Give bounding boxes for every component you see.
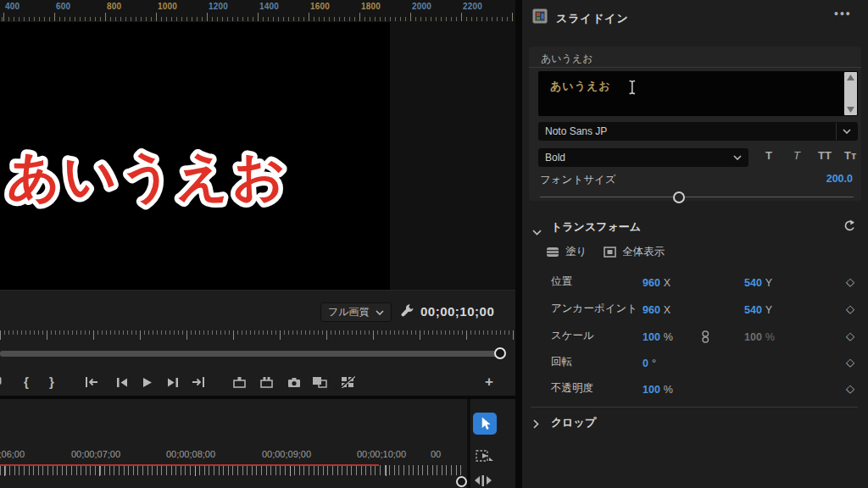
step-back-icon[interactable] xyxy=(116,376,128,391)
position-y-value[interactable]: 540Y xyxy=(744,274,772,290)
mogrt-template-icon xyxy=(532,8,548,27)
textarea-scrollbar[interactable] xyxy=(844,72,857,115)
ruler-label: 1200 xyxy=(209,2,228,11)
mark-out-button[interactable]: } xyxy=(49,376,54,388)
ruler-label: 1400 xyxy=(259,2,279,11)
program-scrollbar-handle[interactable] xyxy=(494,347,506,359)
program-timecode[interactable]: 00;00;10;00 xyxy=(420,304,494,319)
chevron-down-icon xyxy=(733,155,742,160)
font-size-label: フォントサイズ xyxy=(540,173,616,187)
property-label: 位置 xyxy=(551,274,572,289)
transform-section-title[interactable]: トランスフォーム xyxy=(551,219,641,235)
keyframe-toggle-icon[interactable]: ◇ xyxy=(846,275,854,288)
panel-divider-vertical[interactable] xyxy=(515,0,522,488)
property-row-position: 位置 960X 540Y ◇ xyxy=(522,274,868,291)
transport-controls: { } xyxy=(0,369,515,396)
program-monitor-toolbar: フル画質 00;00;10;00 xyxy=(0,290,515,331)
property-label: 回転 xyxy=(551,355,572,369)
timeline-time-label: 00;00;06;00 xyxy=(0,449,25,459)
keyframe-toggle-icon[interactable]: ◇ xyxy=(846,302,854,315)
card-divider xyxy=(529,67,861,68)
timeline-ruler-area[interactable]: 00;00;06;00 00;00;07;00 00;00;08;00 00;0… xyxy=(0,399,468,488)
keyframe-toggle-icon[interactable]: ◇ xyxy=(846,382,854,395)
graphic-layer-title[interactable]: スライドイン xyxy=(556,11,629,26)
text-content-value: あいうえお xyxy=(550,79,611,94)
font-family-dropdown[interactable]: Noto Sans JP xyxy=(538,122,858,141)
keyframe-toggle-icon[interactable]: ◇ xyxy=(846,356,854,369)
property-row-rotation: 回転 0° ◇ xyxy=(522,355,868,372)
timeline-time-label: 00;00;10;00 xyxy=(357,449,406,459)
chevron-down-icon xyxy=(376,310,384,315)
program-scrollbar[interactable] xyxy=(0,351,505,357)
play-button-icon[interactable] xyxy=(142,376,153,391)
export-frame-camera-icon[interactable] xyxy=(287,376,301,391)
program-horizontal-ruler: 400 600 800 1000 1200 1400 1600 1800 200… xyxy=(0,0,515,22)
settings-wrench-icon[interactable] xyxy=(400,303,414,320)
multicam-toggle-icon[interactable] xyxy=(341,376,355,391)
scroll-down-icon[interactable] xyxy=(844,104,857,115)
fill-toggle-button[interactable]: 塗り xyxy=(546,245,587,259)
crop-section-title[interactable]: クロップ xyxy=(551,415,596,430)
timeline-time-label: 00;00;09;00 xyxy=(262,449,311,459)
ripple-edit-tool[interactable] xyxy=(473,474,493,488)
position-x-value[interactable]: 960X xyxy=(643,274,670,290)
text-properties-card: あいうえお あいうえお Noto Sans JP xyxy=(529,47,861,201)
extract-icon[interactable] xyxy=(259,376,275,391)
text-field-label: あいうえお xyxy=(541,52,593,66)
ruler-label: 1800 xyxy=(361,2,381,11)
fill-toggle-label: 塗り xyxy=(565,245,587,259)
opacity-value[interactable]: 100% xyxy=(643,381,673,396)
ruler-label: 400 xyxy=(5,2,19,11)
faux-bold-button[interactable]: T xyxy=(765,149,772,162)
font-size-value[interactable]: 200.0 xyxy=(826,173,853,185)
selection-tool-button[interactable] xyxy=(473,413,497,435)
text-content-textarea[interactable]: あいうえお xyxy=(538,71,858,116)
mark-in-button[interactable]: { xyxy=(24,376,29,388)
fit-all-toggle-button[interactable]: 全体表示 xyxy=(604,245,665,259)
rotation-value[interactable]: 0° xyxy=(643,355,656,370)
keyframe-toggle-icon[interactable]: ◇ xyxy=(846,330,854,342)
comparison-view-icon[interactable] xyxy=(312,376,328,391)
scale-y-value: 100% xyxy=(744,329,775,344)
link-scale-icon[interactable] xyxy=(702,330,709,347)
ibeam-cursor-icon xyxy=(628,80,637,98)
step-forward-icon[interactable] xyxy=(167,376,179,391)
fill-layers-icon xyxy=(546,247,559,258)
track-select-forward-tool[interactable] xyxy=(476,449,496,468)
program-time-ruler[interactable] xyxy=(0,330,515,341)
property-label: 不透明度 xyxy=(551,381,593,396)
timeline-scrollbar-handle[interactable] xyxy=(456,476,467,487)
chevron-right-icon[interactable] xyxy=(533,417,539,432)
property-row-opacity: 不透明度 100% ◇ xyxy=(522,381,868,398)
anchor-y-value[interactable]: 540Y xyxy=(744,302,772,317)
ruler-label: 2000 xyxy=(412,2,431,11)
font-size-slider-track[interactable] xyxy=(540,197,854,197)
chevron-down-icon[interactable] xyxy=(532,224,542,239)
ruler-major-ticks xyxy=(0,13,515,21)
reset-transform-icon[interactable] xyxy=(843,219,855,235)
anchor-x-value[interactable]: 960X xyxy=(643,302,670,317)
faux-italic-button[interactable]: T xyxy=(793,149,800,162)
button-editor-add-icon[interactable]: + xyxy=(485,374,493,391)
program-pasteboard xyxy=(390,22,515,290)
property-row-anchor-point: アンカーポイント 960X 540Y ◇ xyxy=(522,302,868,319)
font-size-slider-handle[interactable] xyxy=(673,191,685,203)
all-caps-button[interactable]: TT xyxy=(818,149,832,162)
add-marker-icon[interactable] xyxy=(0,376,7,391)
fit-all-toggle-label: 全体表示 xyxy=(622,245,665,259)
fit-frame-icon xyxy=(604,247,616,258)
small-caps-button[interactable]: Tт xyxy=(844,149,856,162)
font-style-value: Bold xyxy=(545,152,733,164)
scale-x-value[interactable]: 100% xyxy=(643,329,673,344)
go-to-out-icon[interactable] xyxy=(192,376,205,391)
program-frame-text-svg: あいうえお xyxy=(0,119,390,230)
playback-quality-dropdown[interactable]: フル画質 xyxy=(320,302,392,322)
go-to-in-icon[interactable] xyxy=(85,376,98,391)
property-label: アンカーポイント xyxy=(551,302,637,316)
ruler-label: 1600 xyxy=(310,2,330,11)
lift-icon[interactable] xyxy=(232,376,248,391)
scroll-up-icon[interactable] xyxy=(844,72,857,83)
panel-menu-ellipsis[interactable]: ••• xyxy=(834,7,852,20)
font-style-dropdown[interactable]: Bold xyxy=(538,148,748,167)
program-video-frame[interactable]: あいうえお xyxy=(0,22,390,290)
